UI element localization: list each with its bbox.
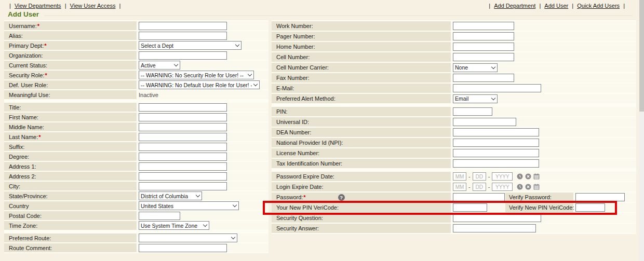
select-value: None xyxy=(455,64,468,71)
field-label-cell: Current Status: xyxy=(4,61,138,70)
form-row-password-expire-date: Password Expire Date:-- xyxy=(272,172,636,181)
country-select[interactable]: United States xyxy=(139,201,239,210)
security-role-select[interactable]: -- WARNING: No Security Role for User! -… xyxy=(139,71,254,79)
middle-name-input[interactable] xyxy=(139,123,227,131)
route-comment-input[interactable] xyxy=(139,244,227,252)
def-user-role-select[interactable]: -- WARNING: No Default User Role for Use… xyxy=(139,80,260,89)
first-name-input[interactable] xyxy=(139,113,227,121)
date-icon-group xyxy=(517,173,540,180)
license-number-input[interactable] xyxy=(453,149,539,157)
nav-link-add-department[interactable]: Add Department xyxy=(494,3,535,9)
tax-identification-number-input[interactable] xyxy=(453,159,539,168)
scrollbar-thumb[interactable] xyxy=(639,0,644,112)
clear-icon[interactable] xyxy=(525,173,531,180)
select-value: United States xyxy=(141,203,173,209)
nav-link-quick-add-users[interactable]: Quick Add Users xyxy=(577,3,620,9)
pin-input[interactable] xyxy=(453,107,492,116)
field-label-cell: Username:* xyxy=(4,21,138,30)
field-label-cell: City: xyxy=(4,182,138,190)
field-label: PIN: xyxy=(276,108,287,115)
calendar-icon[interactable] xyxy=(533,184,540,190)
last-name-input[interactable] xyxy=(139,133,227,141)
work-number-input[interactable] xyxy=(453,22,514,30)
dea-number-input[interactable] xyxy=(453,128,539,136)
alias-input[interactable] xyxy=(139,32,227,40)
primary-dept-select[interactable]: Select a Dept xyxy=(139,41,242,50)
clock-icon[interactable] xyxy=(517,184,523,190)
field-label: Alias: xyxy=(9,33,23,39)
degree-input[interactable] xyxy=(139,153,227,161)
chevron-down-icon xyxy=(248,72,252,76)
clock-icon[interactable] xyxy=(517,173,523,180)
home-number-input[interactable] xyxy=(453,43,514,51)
current-status-select[interactable]: Active xyxy=(139,61,180,70)
username-input[interactable] xyxy=(139,22,227,30)
nav-link-add-user[interactable]: Add User xyxy=(544,3,568,9)
password-expire-date-yyyy-input[interactable] xyxy=(492,172,513,181)
field-label: Security Answer: xyxy=(276,225,319,231)
password-expire-date-mm-input[interactable] xyxy=(453,172,466,181)
field-label-cell: Country xyxy=(4,201,138,210)
form-row-home-number: Home Number: xyxy=(272,42,636,51)
field-label: Password: xyxy=(276,194,303,200)
field-label-cell: Password Expire Date: xyxy=(272,172,452,181)
field-label-cell: Middle Name: xyxy=(4,122,138,131)
e-mail-input[interactable] xyxy=(453,84,541,92)
verify-new-pin-vericode-input[interactable] xyxy=(575,203,605,212)
clear-icon[interactable] xyxy=(525,184,531,190)
field-label-cell: Security Question: xyxy=(272,213,452,223)
field-label: Route Comment: xyxy=(9,245,52,251)
calendar-icon[interactable] xyxy=(533,173,540,180)
organization-input[interactable] xyxy=(139,51,227,60)
preferred-alert-method-select[interactable]: Email xyxy=(453,94,498,103)
field-label-cell: Degree: xyxy=(4,152,138,161)
city-input[interactable] xyxy=(139,182,227,190)
suffix-input[interactable] xyxy=(139,143,227,151)
your-new-pin-vericode-input[interactable] xyxy=(453,203,487,212)
state-province-select[interactable]: District of Columbia xyxy=(139,191,202,200)
time-zone-select[interactable]: Use System Time Zone xyxy=(139,221,209,230)
security-question-input[interactable] xyxy=(453,214,541,222)
national-provider-id-npi-input[interactable] xyxy=(453,139,539,147)
field-label-cell: Last Name:* xyxy=(4,132,138,141)
password-expire-date-dd-input[interactable] xyxy=(473,172,486,181)
preferred-route-select[interactable] xyxy=(139,233,237,242)
chevron-down-icon xyxy=(174,62,178,66)
fax-number-input[interactable] xyxy=(453,74,514,82)
password-input[interactable] xyxy=(453,193,505,201)
field-label: Time Zone: xyxy=(9,223,37,229)
title-input[interactable] xyxy=(139,103,227,112)
field-value-cell: -- xyxy=(452,182,636,191)
login-expire-date-mm-input[interactable] xyxy=(453,183,466,191)
login-expire-date-dd-input[interactable] xyxy=(473,183,486,191)
field-label: Username: xyxy=(9,23,37,29)
field-value-cell xyxy=(452,213,636,223)
login-expire-date-yyyy-input[interactable] xyxy=(492,183,513,191)
select-value: Active xyxy=(141,62,156,68)
field-value-cell: -- xyxy=(452,172,636,181)
form-row-state-province: State/Province:District of Columbia xyxy=(4,191,269,200)
cell-number-input[interactable] xyxy=(453,53,514,61)
vertical-scrollbar[interactable] xyxy=(639,0,644,261)
field-value-cell xyxy=(452,32,636,41)
field-value-cell xyxy=(452,159,636,168)
nav-link-view-departments[interactable]: View Departments xyxy=(15,3,61,9)
security-answer-input[interactable] xyxy=(453,224,536,232)
verify-password-input[interactable] xyxy=(575,193,625,201)
form-row-address-2: Address 2: xyxy=(4,172,269,181)
form-row-address-1: Address 1: xyxy=(4,162,269,171)
address-1-input[interactable] xyxy=(139,162,227,171)
top-link-bar: | View Departments | View User Access | … xyxy=(0,0,639,9)
universal-id-input[interactable] xyxy=(453,118,516,126)
address-2-input[interactable] xyxy=(139,172,227,181)
cell-number-carrier-select[interactable]: None xyxy=(453,63,498,72)
nav-link-view-user-access[interactable]: View User Access xyxy=(70,3,116,9)
postal-code-input[interactable] xyxy=(139,212,180,220)
form-row-alias: Alias: xyxy=(4,31,269,40)
field-label: License Number: xyxy=(276,150,319,156)
pager-number-input[interactable] xyxy=(453,32,514,40)
help-icon[interactable]: ? xyxy=(338,194,345,201)
form-row-pager-number: Pager Number: xyxy=(272,32,636,41)
field-value-cell xyxy=(138,243,269,252)
form-right-column: Work Number:Pager Number:Home Number:Cel… xyxy=(272,20,636,234)
